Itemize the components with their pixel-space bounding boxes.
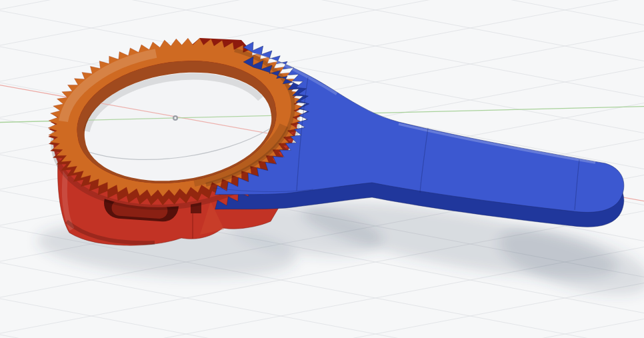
viewport-canvas[interactable] [0, 0, 644, 338]
origin-dot-inner [174, 117, 176, 119]
cad-viewport[interactable] [0, 0, 644, 338]
origin-point[interactable] [173, 115, 178, 121]
